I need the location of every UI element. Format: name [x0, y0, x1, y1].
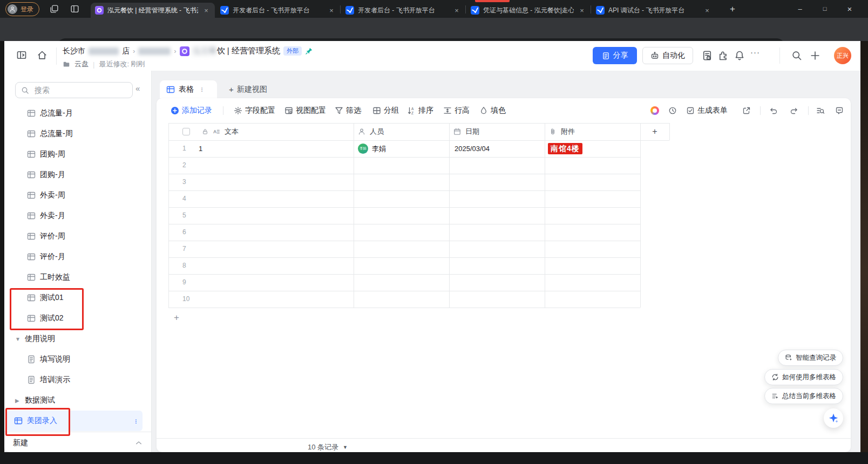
- quick-action-如何使用多维表格[interactable]: 如何使用多维表格: [764, 369, 843, 385]
- tab-close-icon[interactable]: ×: [578, 6, 586, 15]
- browser-tab-2[interactable]: 开发者后台 - 飞书开放平台×: [216, 3, 340, 18]
- sidebar-item-总流量-周[interactable]: 总流量-周: [6, 124, 143, 144]
- table-row[interactable]: 4: [168, 190, 640, 207]
- add-record-button[interactable]: 添加记录: [171, 105, 212, 117]
- cell-date[interactable]: 2025/03/04: [455, 145, 490, 153]
- doc-title[interactable]: 饮 | 经营管理系统: [217, 46, 280, 55]
- sidebar-item-外卖-月[interactable]: 外卖-月: [6, 206, 143, 226]
- comments-icon[interactable]: [835, 106, 844, 115]
- view-tab-grid[interactable]: 表格 ⁝: [160, 80, 217, 98]
- cell-text[interactable]: 1: [199, 145, 202, 153]
- new-tab-button[interactable]: +: [726, 3, 739, 16]
- section-toggle-icon[interactable]: ▼: [15, 336, 23, 342]
- widget-icon[interactable]: [718, 50, 729, 61]
- sidebar-search[interactable]: [15, 82, 133, 98]
- sidebar-item-测试01[interactable]: 测试01: [6, 288, 143, 308]
- browser-tab-4[interactable]: 凭证与基础信息 - 泓元餐饮|走心×: [466, 3, 591, 18]
- quick-action-智能查询记录[interactable]: 智能查询记录: [778, 350, 843, 366]
- record-count[interactable]: 10 条记录 ▼: [308, 442, 348, 452]
- search-icon[interactable]: [791, 50, 802, 61]
- share-button[interactable]: 分享: [593, 47, 637, 64]
- add-icon[interactable]: [810, 50, 820, 61]
- toolbar-button-行高[interactable]: 行高: [443, 105, 470, 117]
- table-row[interactable]: 9: [168, 274, 640, 291]
- ai-assistant-button[interactable]: [824, 408, 843, 428]
- column-header-人员[interactable]: 人员: [354, 123, 449, 140]
- select-all-checkbox[interactable]: [182, 128, 190, 135]
- tab-search-icon[interactable]: [50, 4, 59, 13]
- cell-person[interactable]: 李娟李娟: [358, 144, 386, 154]
- automation-button[interactable]: 自动化: [642, 47, 693, 64]
- column-header-附件[interactable]: 附件: [545, 123, 640, 140]
- home-icon[interactable]: [37, 50, 48, 60]
- window-minimize-button[interactable]: –: [788, 0, 812, 17]
- quick-action-总结当前多维表格[interactable]: 总结当前多维表格: [764, 388, 843, 404]
- new-view-button[interactable]: + 新建视图: [229, 80, 267, 98]
- breadcrumb-suffix[interactable]: 店: [122, 46, 130, 56]
- undo-icon[interactable]: [769, 106, 778, 115]
- tab-close-icon[interactable]: ×: [452, 6, 461, 15]
- header-more-icon[interactable]: ···: [750, 47, 760, 57]
- toolbar-button-分组[interactable]: 分组: [372, 105, 399, 117]
- sidebar-item-数据测试[interactable]: ▶数据测试: [6, 390, 143, 411]
- sidebar-toggle-icon[interactable]: [16, 50, 27, 60]
- toolbar-button-填色[interactable]: 填色: [479, 105, 506, 117]
- sidebar-item-评价-月[interactable]: 评价-月: [6, 247, 143, 267]
- browser-tab-1[interactable]: 泓元餐饮 | 经营管理系统 - 飞书云×: [91, 3, 215, 18]
- tab-close-icon[interactable]: ×: [327, 6, 336, 15]
- table-row[interactable]: 8: [168, 257, 640, 274]
- table-row[interactable]: 7: [168, 241, 640, 257]
- history-clock-icon[interactable]: [668, 106, 677, 115]
- sidebar-item-团购-月[interactable]: 团购-月: [6, 165, 143, 185]
- workspaces-icon[interactable]: [70, 4, 79, 13]
- table-row[interactable]: 10: [168, 291, 640, 308]
- window-close-button[interactable]: ×: [838, 0, 862, 17]
- sidebar-item-评价-周[interactable]: 评价-周: [6, 226, 143, 247]
- view-tab-menu-icon[interactable]: ⁝: [201, 85, 203, 93]
- sidebar-item-工时效益[interactable]: 工时效益: [6, 267, 143, 288]
- tab-close-icon[interactable]: ×: [202, 6, 211, 15]
- section-toggle-icon[interactable]: ▶: [15, 398, 23, 404]
- window-restore-button[interactable]: □: [813, 0, 837, 17]
- attachment-thumbnail[interactable]: 南馆4楼: [548, 143, 582, 154]
- notifications-bell-icon[interactable]: [734, 50, 745, 61]
- item-menu-icon[interactable]: ⁝: [135, 417, 137, 425]
- redo-icon[interactable]: [790, 106, 798, 115]
- table-row[interactable]: 6: [168, 224, 640, 241]
- search-records-icon[interactable]: [816, 106, 825, 115]
- sidebar-search-input[interactable]: [33, 85, 111, 95]
- add-field-button[interactable]: +: [640, 123, 669, 140]
- table-row[interactable]: 2: [168, 157, 640, 174]
- share-view-icon[interactable]: [742, 106, 751, 115]
- sidebar-item-团购-周[interactable]: 团购-周: [6, 144, 143, 165]
- tab-close-icon[interactable]: ×: [703, 6, 711, 15]
- sidebar-item-总流量-月[interactable]: 总流量-月: [6, 103, 143, 124]
- table-row[interactable]: 3: [168, 174, 640, 190]
- browser-profile-button[interactable]: 登录: [5, 2, 39, 16]
- sidebar-item-使用说明[interactable]: ▼使用说明: [6, 329, 143, 349]
- sidebar-item-培训演示[interactable]: 培训演示: [6, 370, 143, 390]
- doc-location[interactable]: 云盘: [74, 59, 89, 69]
- generate-form-button[interactable]: 生成表单: [686, 105, 728, 117]
- sidebar-item-外卖-周[interactable]: 外卖-周: [6, 185, 143, 206]
- breadcrumb-city[interactable]: 长沙市: [63, 46, 85, 56]
- sidebar-item-填写说明[interactable]: 填写说明: [6, 349, 143, 370]
- add-record-row-button[interactable]: +: [174, 312, 179, 323]
- toolbar-button-视图配置[interactable]: 视图配置: [284, 105, 326, 117]
- pin-icon[interactable]: [305, 47, 313, 55]
- chevron-up-icon[interactable]: [135, 439, 143, 447]
- toolbar-button-筛选[interactable]: 筛选: [335, 105, 361, 117]
- sidebar-item-测试02[interactable]: 测试02: [6, 308, 143, 329]
- sidebar-collapse-icon[interactable]: «: [135, 84, 140, 93]
- browser-tab-5[interactable]: API 调试台 - 飞书开放平台×: [592, 3, 716, 18]
- table-row[interactable]: 5: [168, 207, 640, 224]
- column-header-文本[interactable]: A文本: [168, 123, 354, 140]
- table-row[interactable]: 11李娟李娟2025/03/04南馆4楼: [168, 140, 640, 157]
- column-header-日期[interactable]: 日期: [449, 123, 545, 140]
- toolbar-button-排序[interactable]: AZ排序: [407, 105, 433, 117]
- form-icon[interactable]: [702, 50, 713, 61]
- sidebar-new-button[interactable]: 新建: [13, 435, 143, 451]
- ai-record-icon[interactable]: [650, 106, 659, 115]
- user-avatar[interactable]: 正兴: [834, 47, 851, 64]
- sidebar-item-美团录入[interactable]: 美团录入⁝: [6, 411, 143, 431]
